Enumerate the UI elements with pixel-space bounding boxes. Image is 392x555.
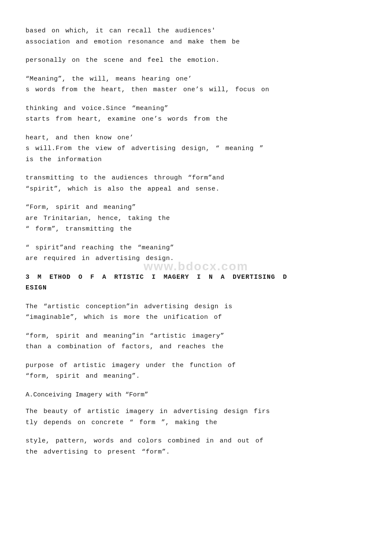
paragraph-8-text: “ spirit”and reaching the “meaning” are … — [26, 244, 174, 263]
paragraph-7: “Form, spirit and meaning” are Trinitari… — [26, 202, 366, 235]
paragraph-3: “Meaning”, the will, means hearing one’ … — [26, 74, 366, 95]
paragraph-13-text: style, pattern, words and colors combine… — [26, 437, 264, 456]
paragraph-11: purpose of artistic imagery under the fu… — [26, 360, 366, 382]
paragraph-10: “form, spirit and meaning”in “artistic i… — [26, 331, 366, 353]
paragraph-8: “ spirit”and reaching the “meaning” are … — [26, 243, 366, 264]
section-heading-3: 3 M ETHOD O F A RTISTIC I MAGERY I N A D… — [26, 272, 366, 294]
paragraph-5-text: heart, and then know one’ s will.From th… — [26, 134, 264, 163]
paragraph-3-text: “Meaning”, the will, means hearing one’ … — [26, 75, 269, 94]
paragraph-9: The “artistic conception”in advertising … — [26, 301, 366, 323]
paragraph-10-text: “form, spirit and meaning”in “artistic i… — [26, 332, 225, 351]
paragraph-4: thinking and voice.Since “meaning” start… — [26, 103, 366, 125]
paragraph-6-text: transmitting to the audiences through “f… — [26, 174, 225, 193]
paragraph-12: The beauty of artistic imagery in advert… — [26, 406, 366, 428]
paragraph-1-text: based on which, it can recall the audien… — [26, 27, 240, 46]
paragraph-9-text: The “artistic conception”in advertising … — [26, 303, 233, 321]
paragraph-5: heart, and then know one’ s will.From th… — [26, 133, 366, 165]
document-content: based on which, it can recall the audien… — [26, 26, 366, 457]
paragraph-11-text: purpose of artistic imagery under the fu… — [26, 362, 236, 380]
paragraph-6: transmitting to the audiences through “f… — [26, 173, 366, 194]
paragraph-1: based on which, it can recall the audien… — [26, 26, 366, 47]
paragraph-12-text: The beauty of artistic imagery in advert… — [26, 408, 270, 426]
section-heading-3-text: 3 M ETHOD O F A RTISTIC I MAGERY I N A D… — [26, 274, 287, 292]
paragraph-7-text: “Form, spirit and meaning” are Trinitari… — [26, 204, 170, 233]
sub-heading-a: A.Conceiving Imagery with “Form” — [26, 390, 366, 401]
sub-heading-a-text: A.Conceiving Imagery with “Form” — [26, 391, 148, 399]
paragraph-13: style, pattern, words and colors combine… — [26, 436, 366, 457]
paragraph-2: personally on the scene and feel the emo… — [26, 55, 366, 66]
paragraph-2-text: personally on the scene and feel the emo… — [26, 57, 220, 64]
paragraph-4-text: thinking and voice.Since “meaning” start… — [26, 105, 228, 123]
